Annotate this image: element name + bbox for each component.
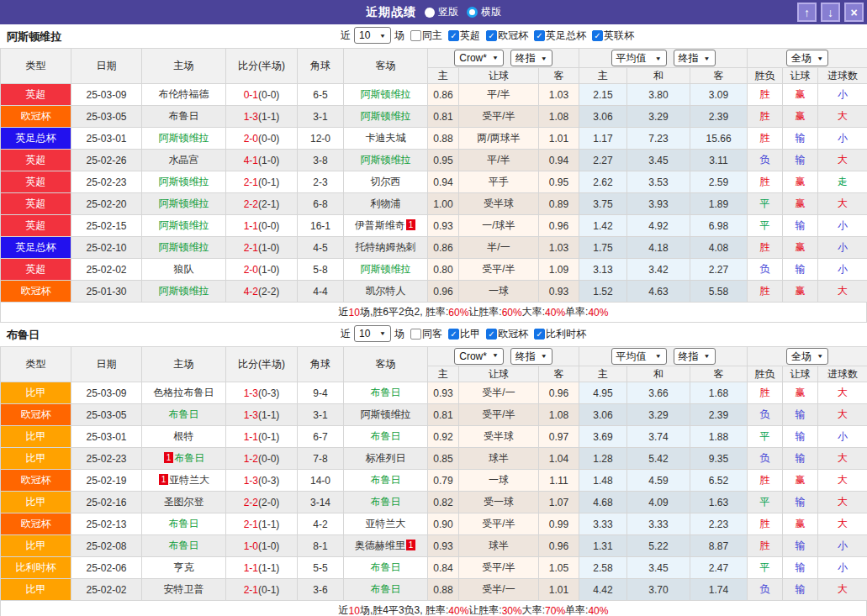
result-goals: 大 bbox=[818, 382, 867, 404]
league-badge: 比甲 bbox=[1, 535, 71, 557]
summary-stats: 近10场,胜4平3负3, 胜率:40% 让胜率:30% 大率:70% 单率:40… bbox=[0, 601, 867, 616]
average-select-1[interactable]: 平均值▼ bbox=[611, 348, 667, 365]
result-handicap: 输 bbox=[783, 426, 818, 448]
average-select-0[interactable]: 平均值▼ bbox=[611, 50, 667, 66]
avg-away-odds: 3.11 bbox=[690, 150, 748, 171]
match-count-select-0[interactable]: 10▼ bbox=[354, 27, 391, 44]
home-team: 布鲁日 bbox=[142, 106, 226, 128]
sub-column-header-7: 让球 bbox=[783, 366, 818, 382]
away-team-name: 布鲁日 bbox=[371, 387, 401, 398]
chevron-down-icon: ▼ bbox=[655, 353, 662, 359]
away-team: 亚特兰大 bbox=[344, 513, 428, 535]
league-filter-1-1-checkbox[interactable]: ✓ bbox=[486, 329, 497, 340]
avg-away-odds: 2.59 bbox=[690, 171, 748, 193]
layout-radio-vertical[interactable]: 竖版 bbox=[425, 5, 458, 19]
crow-home-odds: 0.93 bbox=[428, 382, 459, 404]
avg-home-odds: 1.48 bbox=[579, 470, 627, 492]
same-venue-filter-1-checkbox[interactable] bbox=[410, 329, 421, 340]
match-count-select-1[interactable]: 10▼ bbox=[354, 325, 391, 342]
bookmaker-select-1[interactable]: Crow*▼ bbox=[454, 348, 504, 365]
away-team-name: 阿斯顿维拉 bbox=[361, 263, 411, 275]
bookmaker-select-1-value: Crow* bbox=[459, 350, 487, 362]
handicap-line: 平/半 bbox=[459, 150, 539, 171]
away-team: 布鲁日 bbox=[344, 579, 428, 601]
crow-home-odds: 0.85 bbox=[428, 448, 459, 470]
league-filter-0-1[interactable]: ✓欧冠杯 bbox=[486, 29, 528, 43]
result-handicap: 输 bbox=[783, 150, 818, 171]
handicap-line: 半/一 bbox=[459, 237, 539, 259]
league-filter-0-1-checkbox[interactable]: ✓ bbox=[486, 30, 497, 41]
score: 2-1(1-1) bbox=[226, 513, 298, 535]
result-goals: 大 bbox=[818, 106, 867, 128]
home-team: 阿斯顿维拉 bbox=[142, 281, 226, 303]
match-date: 25-02-20 bbox=[71, 193, 142, 215]
sub-column-header-8: 进球数 bbox=[818, 366, 867, 382]
league-filter-1-1-label: 欧冠杯 bbox=[498, 327, 528, 341]
away-team: 切尔西 bbox=[344, 171, 428, 193]
result-outcome: 胜 bbox=[748, 470, 783, 492]
league-filter-0-0-checkbox[interactable]: ✓ bbox=[448, 30, 459, 41]
match-date: 25-02-10 bbox=[71, 237, 142, 259]
result-goals: 小 bbox=[818, 557, 867, 579]
column-header-1: 日期 bbox=[71, 49, 142, 84]
league-filter-0-2[interactable]: ✓英足总杯 bbox=[534, 29, 586, 43]
chevron-down-icon: ▼ bbox=[541, 354, 547, 360]
crow-away-odds: 1.04 bbox=[539, 448, 579, 470]
odds-time-select-0a[interactable]: 终指▼ bbox=[510, 50, 552, 66]
corners: 4-4 bbox=[298, 281, 344, 303]
corners: 3-6 bbox=[298, 579, 344, 601]
average-header-group: 平均值▼终指▼ bbox=[579, 49, 748, 68]
home-team: 1亚特兰大 bbox=[142, 470, 226, 492]
scope-select-0[interactable]: 全场▼ bbox=[786, 50, 828, 66]
league-filter-1-2-checkbox[interactable]: ✓ bbox=[534, 329, 545, 340]
crow-away-odds: 0.94 bbox=[539, 150, 579, 171]
result-goals: 大 bbox=[818, 150, 867, 171]
close-button[interactable]: × bbox=[844, 3, 864, 22]
crow-away-odds: 0.97 bbox=[539, 426, 579, 448]
corners: 12-0 bbox=[298, 128, 344, 150]
odds-time-select-0b[interactable]: 终指▼ bbox=[674, 50, 716, 66]
league-filter-1-0-checkbox[interactable]: ✓ bbox=[448, 329, 459, 340]
handicap-line: 平手 bbox=[459, 171, 539, 193]
away-team-name: 标准列日 bbox=[366, 452, 406, 464]
same-venue-filter-0-checkbox[interactable] bbox=[410, 30, 421, 41]
crow-away-odds: 0.93 bbox=[539, 281, 579, 303]
sub-column-header-0: 主 bbox=[428, 366, 459, 382]
league-filter-1-2[interactable]: ✓比利时杯 bbox=[534, 327, 586, 341]
league-filter-0-3-checkbox[interactable]: ✓ bbox=[592, 30, 603, 41]
radio-horizontal-icon[interactable] bbox=[467, 7, 478, 18]
layout-radio-horizontal[interactable]: 横版 bbox=[467, 5, 501, 19]
result-outcome: 平 bbox=[748, 557, 783, 579]
league-badge: 英足总杯 bbox=[1, 237, 71, 259]
same-venue-filter-0[interactable]: 同主 bbox=[410, 29, 442, 43]
league-filter-0-0[interactable]: ✓英超 bbox=[448, 29, 480, 43]
away-team-name: 卡迪夫城 bbox=[366, 132, 406, 144]
league-filter-0-3[interactable]: ✓英联杯 bbox=[592, 29, 634, 43]
scope-select-1[interactable]: 全场▼ bbox=[786, 348, 828, 365]
odds-time-select-1b[interactable]: 终指▼ bbox=[674, 348, 716, 365]
match-date: 25-03-09 bbox=[71, 84, 142, 106]
result-handicap: 输 bbox=[783, 557, 818, 579]
sub-column-header-2: 客 bbox=[539, 366, 579, 382]
same-venue-filter-1[interactable]: 同客 bbox=[410, 327, 442, 341]
league-filter-1-1[interactable]: ✓欧冠杯 bbox=[486, 327, 528, 341]
avg-away-odds: 3.09 bbox=[690, 84, 748, 106]
move-up-button[interactable]: ↑ bbox=[797, 3, 817, 22]
league-filter-0-2-checkbox[interactable]: ✓ bbox=[534, 30, 545, 41]
column-header-5: 客场 bbox=[344, 347, 428, 382]
result-handicap: 输 bbox=[783, 215, 818, 237]
move-down-button[interactable]: ↓ bbox=[821, 3, 840, 22]
score: 2-2(2-0) bbox=[226, 492, 298, 513]
match-date: 25-03-05 bbox=[71, 404, 142, 426]
home-team-name: 布鲁日 bbox=[169, 518, 199, 529]
odds-time-select-1a[interactable]: 终指▼ bbox=[510, 348, 552, 365]
bookmaker-select-0[interactable]: Crow*▼ bbox=[454, 50, 504, 66]
league-filter-1-0[interactable]: ✓比甲 bbox=[448, 327, 480, 341]
radio-vertical-icon[interactable] bbox=[425, 8, 435, 18]
home-team: 阿斯顿维拉 bbox=[142, 171, 226, 193]
match-row: 比甲 25-02-23 1布鲁日 1-2(0-0) 7-8 标准列日 0.85 … bbox=[1, 448, 867, 470]
league-badge: 欧冠杯 bbox=[1, 106, 71, 128]
home-team-name: 布鲁日 bbox=[169, 408, 199, 420]
sub-column-header-2: 客 bbox=[539, 68, 579, 84]
result-handicap: 赢 bbox=[783, 513, 818, 535]
